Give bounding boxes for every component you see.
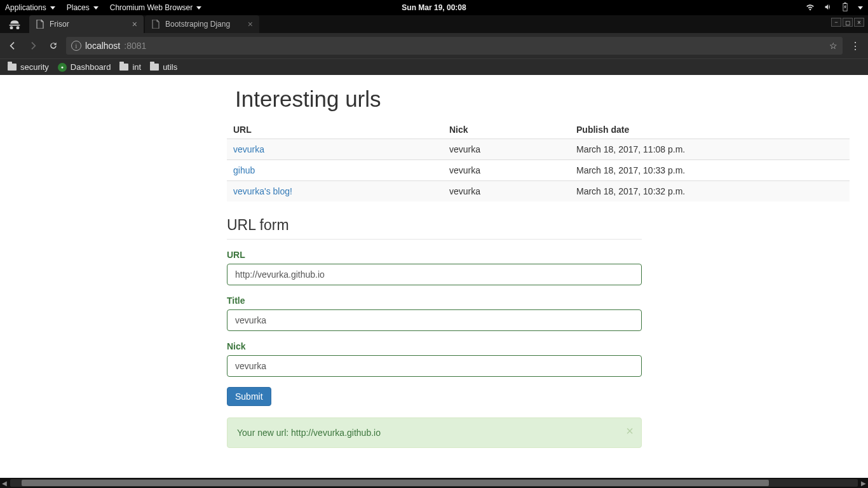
url-link[interactable]: gihub [233, 165, 255, 175]
svg-rect-1 [844, 3, 846, 4]
submit-button[interactable]: Submit [227, 387, 271, 406]
urls-table: URL Nick Publish date vevurka vevurka Ma… [227, 121, 850, 201]
url-link[interactable]: vevurka [233, 144, 264, 154]
window-maximize-button[interactable]: ◻ [843, 18, 853, 27]
scroll-left-button[interactable]: ◀ [0, 478, 9, 487]
window-minimize-button[interactable]: － [831, 18, 841, 27]
gnome-top-bar: Applications Places Chromium Web Browser… [0, 0, 868, 15]
form-group-title: Title [227, 295, 642, 331]
tab-strip: Frisor × Bootstraping Djang × － ◻ × [0, 15, 868, 33]
tab-title: Frisor [50, 20, 69, 29]
reload-button[interactable] [46, 38, 61, 53]
chevron-down-icon [50, 6, 55, 10]
bookmark-dashboard[interactable]: ● Dashboard [58, 62, 111, 72]
gnome-clock[interactable]: Sun Mar 19, 00:08 [402, 3, 466, 12]
nick-label: Nick [227, 341, 642, 351]
page-icon [151, 20, 160, 29]
table-row: vevurka vevurka March 18, 2017, 11:08 p.… [227, 139, 850, 160]
tab-close-icon[interactable]: × [132, 20, 137, 29]
site-info-icon[interactable]: i [71, 41, 81, 51]
tab-close-icon[interactable]: × [248, 20, 253, 29]
browser-window: Frisor × Bootstraping Djang × － ◻ × i lo… [0, 15, 868, 75]
window-close-button[interactable]: × [854, 18, 864, 27]
forward-button[interactable] [25, 38, 41, 53]
volume-icon[interactable] [824, 3, 832, 13]
bookmark-label: security [20, 62, 49, 72]
wifi-icon[interactable] [806, 3, 815, 13]
alert-text: Your new url: http://vevurka.github.io [237, 428, 381, 438]
table-row: vevurka's blog! vevurka March 18, 2017, … [227, 181, 850, 202]
incognito-icon [0, 15, 29, 33]
nick-cell: vevurka [443, 139, 570, 160]
url-label: URL [227, 250, 642, 260]
scroll-right-button[interactable]: ▶ [859, 478, 868, 487]
form-group-url: URL [227, 250, 642, 285]
page-content: Interesting urls URL Nick Publish date v… [0, 75, 868, 478]
date-cell: March 18, 2017, 10:32 p.m. [570, 181, 850, 202]
horizontal-scrollbar[interactable]: ◀ ▶ [0, 478, 868, 488]
browser-menu-button[interactable]: ⋮ [848, 40, 863, 52]
form-heading: URL form [227, 217, 642, 240]
gnome-active-app-menu[interactable]: Chromium Web Browser [110, 3, 201, 12]
title-input[interactable] [227, 309, 642, 331]
folder-icon [150, 64, 159, 71]
date-cell: March 18, 2017, 10:33 p.m. [570, 160, 850, 181]
bookmark-label: Dashboard [71, 62, 111, 72]
address-bar[interactable]: i localhost:8081 ☆ [66, 37, 843, 55]
battery-icon[interactable] [841, 3, 849, 13]
nick-cell: vevurka [443, 181, 570, 202]
column-url: URL [227, 121, 443, 139]
alert-close-icon[interactable]: × [626, 424, 634, 437]
bookmark-star-icon[interactable]: ☆ [829, 41, 837, 51]
gnome-places-menu[interactable]: Places [67, 3, 98, 12]
title-label: Title [227, 295, 642, 306]
scroll-track[interactable] [10, 479, 858, 487]
tab-title: Bootstraping Djang [165, 20, 230, 29]
folder-icon [8, 64, 17, 71]
bookmarks-bar: security ● Dashboard int utils [0, 58, 868, 75]
bookmark-security[interactable]: security [8, 62, 49, 72]
gnome-applications-label: Applications [5, 3, 46, 12]
url-input[interactable] [227, 264, 642, 285]
page-icon [36, 20, 44, 29]
system-menu-icon[interactable] [858, 6, 863, 10]
page-title: Interesting urls [235, 86, 850, 112]
scroll-thumb[interactable] [22, 480, 769, 486]
bookmark-int[interactable]: int [119, 62, 141, 72]
url-link[interactable]: vevurka's blog! [233, 186, 292, 196]
chevron-down-icon [93, 6, 98, 10]
success-alert: Your new url: http://vevurka.github.io × [227, 417, 642, 448]
date-cell: March 18, 2017, 11:08 p.m. [570, 139, 850, 160]
app-icon: ● [58, 63, 67, 72]
chevron-down-icon [196, 6, 201, 10]
bookmark-label: utils [163, 62, 177, 72]
table-row: gihub vevurka March 18, 2017, 10:33 p.m. [227, 160, 850, 181]
column-date: Publish date [570, 121, 850, 139]
folder-icon [119, 64, 128, 71]
tab-bootstraping-django[interactable]: Bootstraping Djang × [145, 15, 259, 33]
gnome-active-app-label: Chromium Web Browser [110, 3, 193, 12]
window-controls: － ◻ × [827, 15, 868, 33]
column-nick: Nick [443, 121, 570, 139]
address-host: localhost [85, 41, 120, 51]
browser-toolbar: i localhost:8081 ☆ ⋮ [0, 33, 868, 58]
address-port: :8081 [124, 41, 146, 51]
back-button[interactable] [5, 38, 20, 53]
bookmark-utils[interactable]: utils [150, 62, 177, 72]
gnome-places-label: Places [67, 3, 90, 12]
tab-frisor[interactable]: Frisor × [29, 15, 144, 33]
nick-input[interactable] [227, 355, 642, 377]
nick-cell: vevurka [443, 160, 570, 181]
bookmark-label: int [132, 62, 141, 72]
form-group-nick: Nick [227, 341, 642, 377]
gnome-applications-menu[interactable]: Applications [5, 3, 55, 12]
